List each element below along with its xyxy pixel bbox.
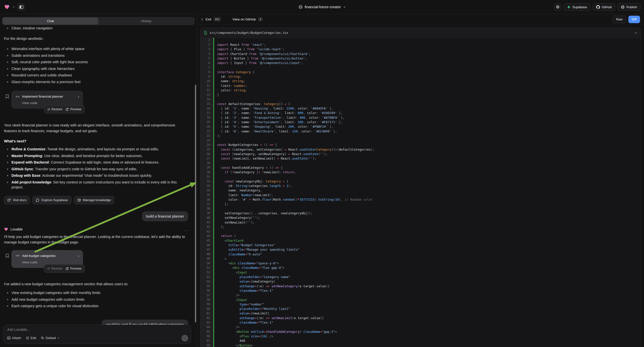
card-hover-toolbar: ↺Restore Preview bbox=[44, 105, 85, 114]
preview-button[interactable]: Preview bbox=[66, 267, 81, 270]
lovable-logo-heart-icon[interactable] bbox=[4, 4, 10, 10]
explore-supabase-button[interactable]: Explore Supabase bbox=[32, 196, 71, 204]
external-link-icon bbox=[66, 108, 69, 111]
view-code-link[interactable]: View code bbox=[22, 260, 79, 264]
settings-button[interactable]: ⚙ bbox=[554, 3, 561, 11]
suggestion-buttons-row: Visit docs Explore Supabase Manage knowl… bbox=[4, 196, 188, 204]
code-line: 14 bbox=[200, 97, 641, 102]
raw-toggle[interactable]: Raw bbox=[612, 16, 626, 23]
code-line: 33 id: String(categories.length + 1), bbox=[200, 184, 641, 188]
bullet-dot bbox=[7, 175, 8, 176]
list-item: Subtle animations and transitions bbox=[4, 53, 188, 58]
code-line: 59 type="number" bbox=[200, 302, 641, 306]
code-line: 48 className="h-auto" bbox=[200, 252, 641, 256]
bullet-dot bbox=[7, 306, 8, 307]
toggle-sidebar-button[interactable] bbox=[18, 3, 25, 11]
chat-scroll-area[interactable]: Clean, intuitive navigation For the desi… bbox=[0, 26, 197, 330]
workspace-chevron-down-icon[interactable] bbox=[12, 6, 15, 8]
code-line: 13} bbox=[200, 92, 641, 97]
list-item: Soft, neutral color palette with light b… bbox=[4, 60, 188, 65]
bookmark-icon[interactable] bbox=[6, 254, 9, 258]
code-line: 3import { Plus } from 'lucide-react'; bbox=[200, 47, 641, 52]
assistant-header: Lovable … bbox=[4, 227, 188, 232]
project-globe-icon bbox=[298, 5, 302, 9]
send-button[interactable]: ↑ bbox=[182, 335, 188, 342]
code-line: 20 { id: '5', name: 'Shopping', limit: 2… bbox=[200, 124, 641, 129]
bullet-dot bbox=[7, 75, 8, 76]
external-link-icon bbox=[66, 267, 69, 270]
design-aesthetic-heading: For the design aesthetic: bbox=[4, 36, 188, 42]
bookmark-icon[interactable] bbox=[6, 94, 9, 98]
list-item: Each category gets a unique color for vi… bbox=[4, 304, 188, 309]
bullet-dot bbox=[7, 62, 8, 63]
model-selector[interactable]: Default bbox=[41, 336, 60, 340]
chat-scrollbar[interactable] bbox=[195, 85, 196, 322]
project-switcher[interactable]: financial-future-creator bbox=[298, 5, 346, 9]
chat-history-tabs: Chat History bbox=[2, 17, 195, 25]
publish-button[interactable]: Publish bbox=[617, 3, 640, 11]
attach-button[interactable]: Attach bbox=[7, 336, 21, 340]
tab-chat[interactable]: Chat bbox=[2, 18, 98, 25]
diff-toggle[interactable]: Diff bbox=[628, 16, 640, 23]
code-lines[interactable]: 12import React from 'react';3import { Pl… bbox=[200, 38, 641, 347]
chat-panel: Chat History Clean, intuitive navigation… bbox=[0, 14, 197, 347]
code-line: 4import ChartCard from '@/components/ui/… bbox=[200, 52, 641, 56]
more-options-icon[interactable]: … bbox=[184, 227, 188, 232]
view-on-github-button[interactable]: View on GitHub bbox=[232, 18, 256, 21]
github-icon bbox=[596, 5, 600, 9]
version-card-implement-financial-planner[interactable]: <> Implement financial planner › View co… bbox=[12, 91, 83, 108]
code-line: 10 name: string; bbox=[200, 79, 641, 84]
code-line: 1 bbox=[200, 38, 641, 42]
tab-history[interactable]: History bbox=[98, 18, 194, 25]
manage-knowledge-button[interactable]: Manage knowledge bbox=[74, 196, 114, 204]
code-line: 52 <Input bbox=[200, 270, 641, 274]
code-line: 29⌄ const handleAddCategory = () => { bbox=[200, 165, 641, 170]
code-line: 49 > bbox=[200, 256, 641, 261]
chevron-right-icon[interactable]: › bbox=[78, 94, 79, 98]
view-code-link[interactable]: View code bbox=[22, 101, 79, 105]
list-item: Clean typography with clear hierarchies bbox=[4, 66, 188, 72]
code-line: 46 title="Budget Categories" bbox=[200, 243, 641, 247]
assistant-intro-paragraph: I'll help you add budget categories to t… bbox=[4, 234, 188, 245]
code-line: 67 Add bbox=[200, 338, 641, 343]
image-icon bbox=[7, 336, 10, 340]
bullet-dot bbox=[7, 168, 8, 170]
code-line: 21 { id: '6', name: 'Healthcare', limit:… bbox=[200, 129, 641, 134]
code-line: 12 color: string; bbox=[200, 88, 641, 92]
edit-button[interactable]: Edit bbox=[26, 336, 36, 340]
supabase-button[interactable]: Supabase bbox=[564, 3, 590, 11]
file-path: src/components/budget/BudgetCategories.t… bbox=[210, 31, 632, 34]
exit-button[interactable]: Exit bbox=[206, 18, 211, 21]
collapse-chevron-up-icon[interactable] bbox=[634, 32, 637, 34]
code-line: 57 /> bbox=[200, 293, 641, 298]
bullet-dot bbox=[7, 55, 8, 56]
code-line: 6import { Input } from '@/components/ui/… bbox=[200, 60, 641, 65]
restore-button[interactable]: ↺Restore bbox=[47, 108, 62, 111]
top-bar: financial-future-creator ⚙ Supabase GitH… bbox=[0, 0, 644, 14]
code-line: 56 className="flex-1" bbox=[200, 288, 641, 293]
list-item: Minimalist interface with plenty of whit… bbox=[4, 46, 188, 52]
file-header[interactable]: src/components/budget/BudgetCategories.t… bbox=[200, 28, 641, 38]
chevron-right-icon[interactable]: › bbox=[78, 254, 79, 258]
bullet-dot bbox=[7, 155, 8, 156]
restore-button[interactable]: ↺Restore bbox=[47, 266, 62, 270]
code-line: 22]; bbox=[200, 134, 641, 138]
chat-input[interactable] bbox=[7, 328, 188, 334]
project-title: financial-future-creator bbox=[305, 5, 341, 9]
code-line: 62 onChange={(e) => setNewLimit(e.target… bbox=[200, 316, 641, 320]
code-line: 26 const [newCategory, setNewCategory] =… bbox=[200, 152, 641, 156]
version-card-add-budget-categories[interactable]: <> Add budget categories › View code ↺Re… bbox=[12, 250, 83, 268]
file-diff-card: src/components/budget/BudgetCategories.t… bbox=[200, 28, 641, 347]
bullet-dot bbox=[7, 82, 8, 83]
preview-button[interactable]: Preview bbox=[66, 108, 81, 111]
code-line: 43 bbox=[200, 229, 641, 234]
code-line: 65 <Button onClick={handleAddCategory} c… bbox=[200, 329, 641, 334]
code-icon: <> bbox=[16, 95, 20, 98]
code-line: 60 placeholder="Monthly limit" bbox=[200, 307, 641, 311]
code-line: 30 if (!newCategory || !newLimit) return… bbox=[200, 170, 641, 174]
list-item: Debug with Ease: Activate our experiment… bbox=[4, 173, 188, 178]
code-line: 42 }; bbox=[200, 224, 641, 229]
bullet-dot bbox=[7, 148, 8, 150]
visit-docs-button[interactable]: Visit docs bbox=[4, 196, 30, 204]
github-button[interactable]: GitHub bbox=[593, 3, 615, 11]
